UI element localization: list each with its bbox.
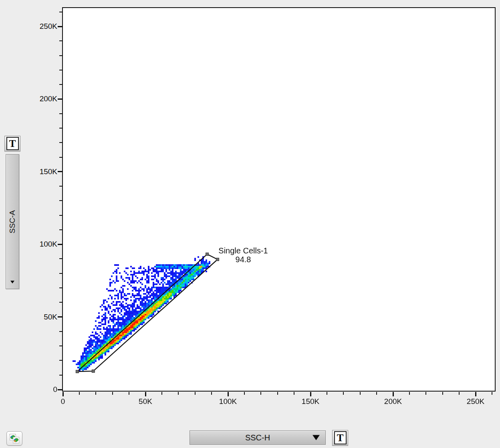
y-axis-transform-button[interactable]: T: [4, 136, 20, 151]
x-axis-minor-tick: [277, 392, 278, 395]
y-axis-selector[interactable]: SSC-A: [6, 154, 19, 289]
x-axis-minor-tick: [327, 392, 327, 395]
y-axis-major-tick: [58, 171, 62, 172]
x-axis-minor-tick: [79, 392, 80, 395]
x-axis-minor-tick: [492, 392, 492, 395]
x-axis-minor-tick: [112, 392, 113, 395]
x-axis-minor-tick: [425, 392, 426, 395]
y-axis-minor-tick: [59, 346, 62, 346]
x-axis-major-tick: [475, 392, 476, 396]
y-axis-minor-tick: [59, 229, 62, 230]
x-axis-selector-label: SSC-H: [245, 433, 270, 442]
y-axis-minor-tick: [59, 273, 62, 274]
y-axis-tick-label: 0: [23, 385, 57, 394]
y-axis-minor-tick: [59, 70, 62, 70]
y-axis-minor-tick: [59, 302, 62, 303]
transform-t-icon: T: [334, 431, 347, 444]
y-axis-minor-tick: [59, 215, 62, 216]
x-axis-minor-tick: [260, 392, 261, 395]
x-axis-minor-tick: [409, 392, 410, 395]
x-axis-major-tick: [62, 392, 64, 396]
graph-window: Single Cells-1 94.8 T SSC-A SSC-H T 0050…: [0, 0, 500, 448]
y-axis-major-tick: [58, 389, 62, 390]
x-axis-tick-label: 150K: [292, 397, 329, 406]
x-axis-minor-tick: [244, 392, 245, 395]
y-axis-major-tick: [58, 26, 62, 27]
x-axis-tick-label: 100K: [210, 397, 246, 406]
gate-label[interactable]: Single Cells-1 94.8: [215, 246, 272, 264]
x-axis-major-tick: [393, 392, 394, 396]
colormap-button[interactable]: [6, 431, 22, 446]
gate-vertex-handle[interactable]: [206, 253, 209, 255]
x-axis-minor-tick: [459, 392, 460, 395]
y-axis-minor-tick: [59, 157, 62, 158]
y-axis-minor-tick: [59, 84, 62, 85]
y-axis-selector-label: SSC-A: [8, 210, 17, 233]
x-axis-major-tick: [228, 392, 229, 396]
y-axis-minor-tick: [59, 258, 62, 259]
x-axis-minor-tick: [294, 392, 294, 395]
plot-area[interactable]: [62, 7, 496, 392]
y-axis-minor-tick: [59, 128, 62, 129]
y-axis-minor-tick: [59, 360, 62, 361]
pseudocolor-icon: [9, 433, 20, 444]
transform-t-icon: T: [6, 137, 19, 150]
y-axis-major-tick: [58, 98, 62, 100]
x-axis-minor-tick: [178, 392, 179, 395]
y-axis-minor-tick: [59, 375, 62, 376]
x-axis-minor-tick: [343, 392, 344, 395]
y-axis-minor-tick: [59, 113, 62, 114]
x-axis-minor-tick: [360, 392, 361, 395]
gate-vertex-handle[interactable]: [92, 370, 95, 372]
y-axis-major-tick: [58, 316, 62, 317]
x-axis-minor-tick: [95, 392, 96, 395]
y-axis-minor-tick: [59, 55, 62, 56]
chevron-down-icon: [10, 281, 14, 283]
y-axis-tick-label: 250K: [23, 22, 57, 31]
y-axis-minor-tick: [59, 12, 62, 12]
x-axis-minor-tick: [442, 392, 443, 395]
y-axis-tick-label: 100K: [23, 239, 57, 249]
y-axis-minor-tick: [59, 287, 62, 288]
y-axis-minor-tick: [59, 142, 62, 143]
y-axis-tick-label: 50K: [23, 312, 57, 322]
gate-percent: 94.8: [215, 255, 272, 264]
gate-name: Single Cells-1: [215, 246, 272, 255]
y-axis-minor-tick: [59, 331, 62, 332]
y-axis-minor-tick: [59, 186, 62, 187]
y-axis-tick-label: 150K: [23, 167, 57, 177]
x-axis-tick-label: 0: [45, 397, 81, 406]
y-axis-minor-tick: [59, 200, 62, 201]
x-axis-selector[interactable]: SSC-H: [190, 430, 326, 445]
x-axis-minor-tick: [161, 392, 162, 395]
x-axis-tick-label: 250K: [458, 397, 494, 406]
x-axis-minor-tick: [376, 392, 377, 395]
y-axis-tick-label: 200K: [23, 94, 57, 104]
chevron-down-icon: [312, 435, 320, 440]
x-axis-minor-tick: [195, 392, 196, 395]
x-axis-transform-button[interactable]: T: [332, 430, 348, 446]
x-axis-major-tick: [145, 392, 146, 396]
x-axis-tick-label: 200K: [375, 397, 411, 406]
x-axis-tick-label: 50K: [127, 397, 163, 406]
x-axis-minor-tick: [211, 392, 212, 395]
x-axis-minor-tick: [129, 392, 129, 395]
y-axis-minor-tick: [59, 40, 62, 41]
y-axis-major-tick: [58, 244, 62, 245]
x-axis-major-tick: [310, 392, 311, 396]
density-plot-canvas: [63, 8, 495, 391]
gate-vertex-handle[interactable]: [76, 370, 79, 373]
